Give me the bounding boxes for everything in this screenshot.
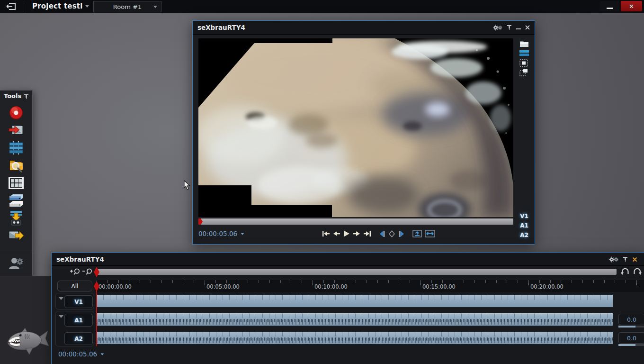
folder-icon[interactable] (519, 40, 529, 47)
viewer-timecode-value: 00:00:05.06 (198, 230, 237, 237)
undo-icon[interactable] (621, 267, 630, 275)
mouse-cursor (184, 180, 190, 190)
settings-gears-icon[interactable] (493, 25, 502, 31)
app-close-button[interactable]: ✕ (621, 1, 642, 11)
step-back-button[interactable] (333, 230, 340, 237)
exit-project-button[interactable] (2, 1, 20, 11)
go-to-start-button[interactable] (322, 230, 330, 237)
redo-icon[interactable] (633, 267, 642, 275)
timeline-timecode-value: 00:00:05.06 (58, 350, 97, 358)
track-header-a1[interactable]: A1 (64, 314, 93, 327)
timeline-edit-icon (9, 141, 24, 155)
a2-level-slider[interactable] (618, 344, 644, 346)
search-tool-button[interactable] (8, 156, 25, 174)
viewer-timecode[interactable]: 00:00:05.06 (198, 230, 244, 237)
select-region-icon[interactable] (519, 69, 528, 76)
room-selector[interactable]: Room #1 (93, 1, 161, 12)
track-disclosure-arrow-icon[interactable] (59, 297, 63, 300)
track-header-a2[interactable]: A2 (64, 332, 93, 345)
pin-icon[interactable] (24, 94, 29, 100)
a2-level-text: 0.0 (627, 335, 636, 342)
video-preview[interactable] (198, 38, 513, 217)
export-to-tape-icon (9, 210, 24, 226)
pin-icon[interactable] (507, 25, 512, 30)
ruler-label: 00:00:00.00 (98, 283, 132, 290)
insert-edit-button[interactable] (412, 230, 422, 237)
viewer-title: seXbrauRTY4 (197, 24, 245, 31)
drives-tool-button[interactable] (8, 191, 25, 209)
search-bin-icon (9, 158, 24, 173)
fit-to-width-button[interactable] (425, 230, 435, 237)
ruler-label: 00:05:00.00 (206, 283, 240, 290)
viewer-titlebar[interactable]: seXbrauRTY4 (193, 21, 535, 35)
divider (0, 251, 32, 251)
viewer-window: seXbrauRTY4 (192, 20, 535, 245)
user-setup-button[interactable] (8, 255, 25, 272)
ruler-label: 00:15:00.00 (422, 283, 456, 290)
a1-level-slider[interactable] (618, 326, 644, 328)
bottom-left-panel (0, 276, 51, 364)
track-a2-label: A2 (74, 336, 83, 342)
timeline-playhead[interactable] (96, 282, 97, 346)
mark-in-button[interactable] (379, 230, 386, 237)
select-frame-icon[interactable] (519, 59, 528, 67)
lightworks-desktop: Project testi Room #1 ✕ Tools (0, 0, 644, 364)
viewer-transport-bar: 00:00:05.06 (198, 228, 530, 240)
viewer-track-v1-label[interactable]: V1 (518, 213, 531, 219)
go-to-end-button[interactable] (363, 230, 371, 237)
video-clip-v1[interactable] (96, 294, 613, 308)
a1-level-text: 0.0 (627, 316, 636, 323)
tools-panel-title: Tools (4, 92, 21, 100)
export-tool-button[interactable] (8, 227, 25, 244)
track-header-v1[interactable]: V1 (64, 295, 93, 308)
audio-clip-a1[interactable] (96, 313, 613, 326)
timeline-bars-icon[interactable] (519, 50, 529, 56)
zoom-out-icon[interactable] (82, 268, 93, 276)
settings-gears-icon[interactable] (609, 256, 618, 263)
import-tool-button[interactable] (8, 121, 25, 139)
timecode-dropdown-arrow-icon (241, 233, 244, 235)
track-disclosure-arrow-icon[interactable] (59, 315, 63, 318)
timeline-titlebar[interactable]: seXbrauRTY4 (52, 253, 644, 266)
bins-tool-button[interactable] (8, 174, 25, 191)
play-button[interactable] (343, 230, 350, 237)
export-to-tape-tool-button[interactable] (8, 209, 25, 227)
timeline-overview-scrollbar[interactable] (96, 269, 617, 275)
room-dropdown-arrow-icon (153, 6, 157, 8)
video-track-group: V1 (55, 293, 94, 309)
tools-panel: Tools (0, 90, 33, 277)
timeline-ruler-row: All 00:00:00.00 00:05:00.00 00:10:00.00 … (52, 280, 644, 292)
audio-track-group: A1 A2 (55, 311, 94, 346)
import-icon (8, 123, 24, 137)
record-icon (9, 105, 24, 120)
all-tracks-button[interactable]: All (57, 281, 92, 291)
timeline-timecode[interactable]: 00:00:05.06 (58, 350, 104, 358)
viewer-scrub-bar[interactable] (198, 218, 513, 225)
project-dropdown-arrow-icon[interactable] (85, 5, 89, 8)
user-gear-icon (9, 257, 24, 270)
zoom-in-icon[interactable] (70, 268, 81, 276)
scrub-position-marker[interactable] (198, 218, 203, 225)
track-v1-label: V1 (74, 299, 83, 305)
a1-level-value[interactable]: 0.0 (618, 314, 644, 325)
window-close-icon[interactable] (525, 25, 530, 30)
exit-door-icon (5, 2, 17, 10)
timeline-tool-button[interactable] (8, 139, 25, 156)
timeline-ruler[interactable]: 00:00:00.00 00:05:00.00 00:10:00.00 00:1… (96, 280, 644, 292)
project-selector-label[interactable]: Project testi (32, 2, 82, 10)
top-bar: Project testi Room #1 ✕ (0, 0, 644, 13)
mark-point-button[interactable] (389, 230, 395, 237)
all-tracks-label: All (72, 283, 79, 290)
drives-icon (8, 193, 24, 208)
record-tool-button[interactable] (8, 104, 25, 121)
step-forward-button[interactable] (353, 230, 360, 237)
app-minimize-button[interactable] (600, 1, 619, 11)
ruler-label: 00:20:00.00 (530, 283, 564, 290)
pin-icon[interactable] (623, 256, 628, 262)
audio-clip-a2[interactable] (96, 331, 613, 345)
export-icon (8, 229, 24, 242)
window-minimize-icon[interactable] (516, 26, 521, 29)
mark-out-button[interactable] (398, 230, 405, 237)
a2-level-value[interactable]: 0.0 (618, 332, 644, 344)
window-close-icon[interactable] (632, 257, 637, 262)
